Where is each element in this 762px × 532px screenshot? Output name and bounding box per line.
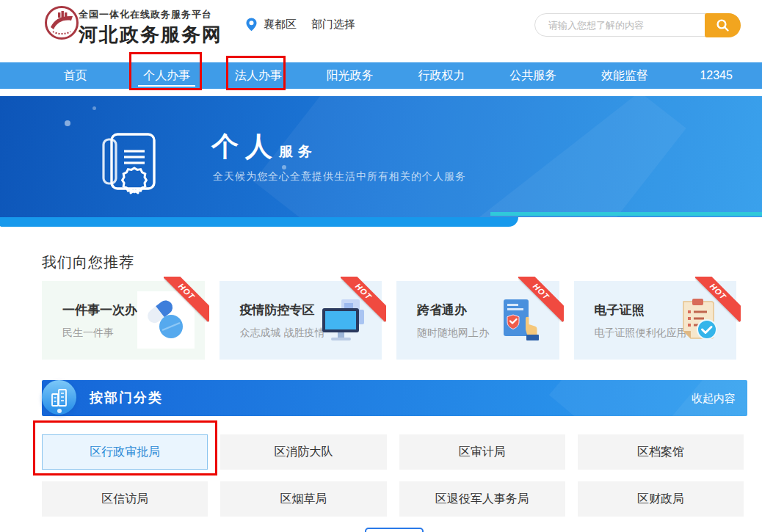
dept-button-veterans-affairs[interactable]: 区退役军人事务局 bbox=[399, 481, 565, 517]
banner-subtitle: 全天候为您全心全意提供生活中所有相关的个人服务 bbox=[213, 170, 466, 183]
page: 全国一体化在线政务服务平台 河北政务服务网 襄都区 部门选择 bbox=[0, 0, 762, 532]
more-button[interactable] bbox=[365, 528, 424, 532]
nav-item-administrative-power[interactable]: 行政权力 bbox=[396, 62, 487, 89]
location-pin-icon bbox=[246, 18, 257, 32]
banner-bottom-strip bbox=[0, 217, 518, 227]
card-title: 疫情防控专区 bbox=[240, 302, 315, 318]
banner-title-sub: 服务 bbox=[279, 142, 317, 165]
search-icon bbox=[716, 18, 730, 32]
banner-decor-dot bbox=[92, 106, 96, 110]
dept-button-fire-brigade[interactable]: 区消防大队 bbox=[220, 434, 386, 470]
nav-item-legal-entity-services[interactable]: 法人办事 bbox=[213, 62, 305, 89]
card-subtitle: 民生一件事 bbox=[62, 327, 114, 340]
dept-button-archives[interactable]: 区档案馆 bbox=[578, 434, 744, 470]
dept-button-audit[interactable]: 区审计局 bbox=[399, 434, 565, 470]
site-logo-text: 全国一体化在线政务服务平台 河北政务服务网 bbox=[79, 8, 222, 48]
card-e-licenses[interactable]: 电子证照 电子证照便利化应用 HOT bbox=[574, 281, 737, 360]
department-grid: 区行政审批局 区消防大队 区审计局 区档案馆 区信访局 区烟草局 区退役军人事务… bbox=[42, 434, 744, 517]
dept-button-petition[interactable]: 区信访局 bbox=[42, 481, 208, 517]
certificate-icon bbox=[101, 131, 159, 194]
card-one-thing-once[interactable]: 一件事一次办 民生一件事 HOT bbox=[42, 281, 205, 360]
dept-button-tobacco[interactable]: 区烟草局 bbox=[220, 481, 386, 517]
search-button[interactable] bbox=[705, 13, 741, 37]
monitor-document-icon bbox=[314, 291, 371, 349]
recommend-cards: 一件事一次办 民生一件事 HOT 疫情防控专区 众志成城 战胜疫情 bbox=[42, 281, 736, 360]
card-title: 跨省通办 bbox=[417, 302, 467, 318]
nav-item-personal-services[interactable]: 个人办事 bbox=[121, 62, 213, 89]
location-bar: 襄都区 部门选择 bbox=[246, 18, 355, 32]
nav-item-12345[interactable]: 12345 bbox=[670, 62, 762, 89]
pills-icon bbox=[137, 291, 195, 349]
nav-item-home[interactable]: 首页 bbox=[29, 62, 121, 89]
department-select[interactable]: 部门选择 bbox=[311, 18, 355, 32]
nav-item-open-government[interactable]: 阳光政务 bbox=[304, 62, 396, 89]
card-cross-province[interactable]: 跨省通办 随时随地网上办 HOT bbox=[396, 281, 559, 360]
clipboard-check-icon bbox=[669, 291, 726, 349]
banner-cyan-strip bbox=[490, 212, 762, 216]
document-shield-hand-icon bbox=[492, 291, 549, 349]
dept-button-administrative-approval[interactable]: 区行政审批局 bbox=[42, 434, 208, 470]
card-subtitle: 众志成城 战胜疫情 bbox=[240, 327, 325, 340]
collapse-content-button[interactable]: 收起内容 bbox=[692, 380, 736, 416]
department-section-bar: 按部门分类 收起内容 bbox=[42, 380, 747, 416]
current-district[interactable]: 襄都区 bbox=[264, 18, 297, 32]
site-header: 全国一体化在线政务服务平台 河北政务服务网 襄都区 部门选择 bbox=[0, 0, 762, 62]
recommend-section-title: 我们向您推荐 bbox=[42, 252, 134, 272]
site-logo-emblem-icon bbox=[44, 5, 79, 40]
card-epidemic-zone[interactable]: 疫情防控专区 众志成城 战胜疫情 HOT bbox=[219, 281, 382, 360]
card-subtitle: 随时随地网上办 bbox=[417, 327, 489, 340]
search-box bbox=[534, 13, 741, 37]
nav-item-public-services[interactable]: 公共服务 bbox=[487, 62, 579, 89]
main-nav: 首页 个人办事 法人办事 阳光政务 行政权力 公共服务 效能监督 12345 bbox=[0, 62, 762, 89]
site-title: 河北政务服务网 bbox=[79, 22, 222, 48]
banner-decor-dot bbox=[65, 120, 70, 126]
dept-button-finance[interactable]: 区财政局 bbox=[578, 481, 744, 517]
building-badge-icon bbox=[42, 380, 76, 415]
nav-item-efficiency-supervision[interactable]: 效能监督 bbox=[579, 62, 671, 89]
banner-title: 个人 服务 bbox=[211, 128, 317, 165]
department-section-title: 按部门分类 bbox=[90, 380, 163, 416]
card-title: 一件事一次办 bbox=[62, 302, 137, 318]
platform-title: 全国一体化在线政务服务平台 bbox=[79, 8, 222, 21]
personal-services-banner: 个人 服务 全天候为您全心全意提供生活中所有相关的个人服务 bbox=[0, 96, 762, 217]
card-title: 电子证照 bbox=[595, 302, 645, 318]
search-input[interactable] bbox=[535, 14, 700, 36]
banner-title-main: 个人 bbox=[211, 128, 279, 165]
banner-decor-dot bbox=[282, 165, 286, 170]
